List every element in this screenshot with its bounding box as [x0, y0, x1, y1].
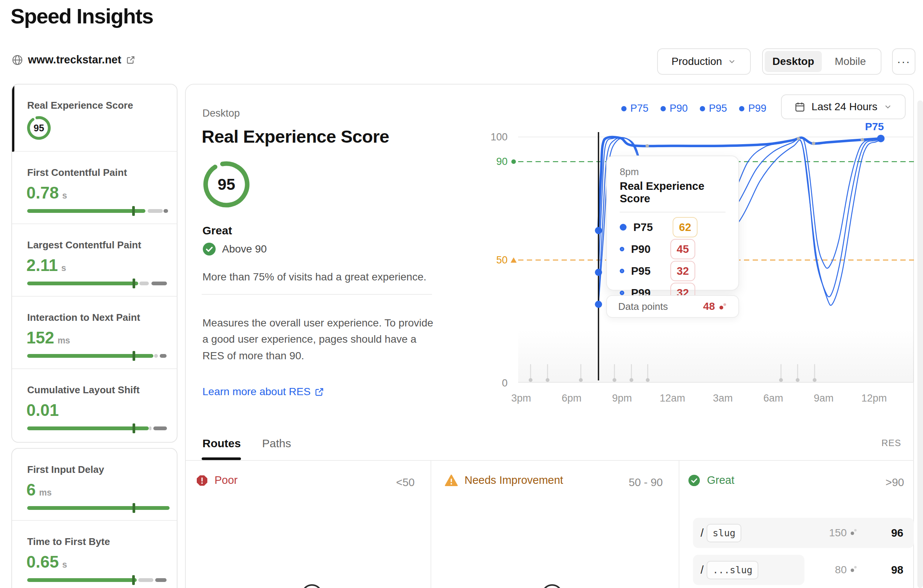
metric-bar [27, 506, 169, 510]
route-res-score: 98 [877, 564, 903, 576]
site-url[interactable]: www.treckstar.net [28, 54, 121, 66]
date-range-label: Last 24 Hours [811, 101, 877, 113]
legend-item-p95[interactable]: P95 [700, 103, 727, 115]
tooltip-row-p75: P7562 [620, 216, 726, 238]
tab-paths[interactable]: Paths [262, 437, 291, 450]
rating-label: Great [202, 224, 232, 237]
legend-item-p99[interactable]: P99 [739, 103, 766, 115]
summary-text: More than 75% of visits had a great expe… [202, 271, 426, 283]
tabs-border [186, 460, 913, 461]
x-axis-label: 9pm [612, 393, 632, 404]
metric-value-row: 0.65s [26, 552, 67, 572]
metrics-card-primary: Real Experience Score95First Contentful … [11, 84, 177, 443]
scrollbar[interactable] [917, 100, 923, 588]
check-circle-icon [202, 242, 216, 256]
metric-value-row: 152ms [26, 328, 70, 347]
legend-dot-icon [660, 106, 666, 111]
y-axis-label: 0 [502, 377, 507, 389]
tooltip-row-p90: P9045 [620, 238, 726, 260]
x-axis-label: 9am [814, 393, 834, 404]
check-circle-icon [688, 474, 700, 486]
metric-bar [27, 209, 169, 213]
learn-more-link[interactable]: Learn more about RES [202, 386, 324, 398]
sidebar-metric-fcp[interactable]: First Contentful Paint0.78s [12, 152, 177, 224]
selected-indicator [12, 85, 14, 152]
series-end-label: P75 [865, 121, 884, 133]
metric-label: Interaction to Next Paint [27, 312, 140, 323]
tooltip-series-label: P95 [631, 265, 664, 277]
date-range-dropdown[interactable]: Last 24 Hours [781, 94, 906, 119]
tooltip-value-badge: 62 [673, 217, 698, 237]
sidebar-metric-ttfb[interactable]: Time to First Byte0.65s [12, 521, 177, 588]
bar-lightgray-segment [138, 578, 153, 582]
legend-label: P95 [709, 103, 727, 115]
ring-dot-icon [620, 291, 624, 295]
x-axis-label: 3pm [511, 393, 531, 404]
legend-dot-icon [739, 106, 744, 111]
sidebar-metric-cls[interactable]: Cumulative Layout Shift0.01 [12, 369, 177, 443]
bar-darkgray-segment [151, 282, 167, 285]
data-points-value: 48 [703, 300, 715, 313]
active-tab-underline [202, 457, 241, 460]
filled-dot-icon [620, 224, 627, 231]
metric-label: First Contentful Paint [27, 167, 127, 179]
more-options-button[interactable]: ··· [892, 48, 915, 75]
sidebar-metric-res[interactable]: Real Experience Score95 [12, 85, 177, 152]
route-datapoint-count: 80 [805, 564, 847, 576]
crosshair-dot [595, 301, 602, 308]
bar-darkgray-segment [164, 209, 168, 213]
metric-value: 0.78 [26, 183, 59, 202]
device-tab-desktop[interactable]: Desktop [765, 51, 822, 72]
column-name: Great [707, 474, 734, 486]
column-divider [430, 461, 431, 588]
bar-lightgray-segment [149, 426, 151, 430]
sidebar-metric-lcp[interactable]: Largest Contentful Paint2.11s [12, 224, 177, 296]
metric-score-value: 95 [26, 115, 51, 141]
metric-bar [27, 282, 169, 285]
sidebar-metric-inp[interactable]: Interaction to Next Paint152ms [12, 296, 177, 369]
column-range: >90 [844, 476, 904, 489]
column-range: 50 - 90 [603, 476, 663, 489]
bar-darkgray-segment [160, 354, 167, 358]
bar-lightgray-segment [148, 209, 163, 213]
column-name: Poor [215, 474, 238, 486]
speed-insights-page: Speed Insights www.treckstar.net Product… [0, 0, 923, 588]
metric-unit: s [61, 263, 66, 273]
sidebar-metric-fid[interactable]: First Input Delay6ms [12, 449, 177, 521]
bar-threshold-tick [133, 503, 135, 513]
route-prefix: / [701, 527, 704, 539]
metric-label: Largest Contentful Paint [27, 239, 141, 251]
res-column-header: RES [882, 438, 901, 448]
legend-item-p90[interactable]: P90 [660, 103, 688, 115]
data-points-label: Data points [618, 301, 703, 313]
device-tab-mobile[interactable]: Mobile [822, 51, 879, 72]
crosshair-dot [595, 227, 602, 234]
metric-value-row: 0.01 [26, 401, 59, 420]
panel-device-label: Desktop [202, 108, 240, 119]
bar-darkgray-segment [153, 426, 167, 430]
environment-dropdown[interactable]: Production [657, 48, 751, 75]
ring-dot-icon [620, 269, 624, 273]
metric-value: 0.01 [26, 401, 59, 420]
route-res-score: 96 [877, 527, 903, 539]
tab-routes[interactable]: Routes [202, 437, 241, 450]
octagon-exclamation-icon [196, 475, 208, 486]
y-axis-label: 90 [496, 156, 507, 167]
bar-threshold-tick [132, 575, 135, 585]
legend-item-p75[interactable]: P75 [621, 103, 649, 115]
bar-threshold-tick [133, 278, 135, 288]
site-link[interactable]: www.treckstar.net [11, 54, 136, 66]
ellipsis-icon: ··· [897, 55, 910, 68]
tooltip-value-badge: 45 [670, 239, 695, 259]
sample-dots-icon [850, 528, 858, 536]
external-link-icon [126, 55, 136, 65]
route-row[interactable]: /...slug [693, 555, 805, 585]
route-slug-pill: slug [706, 524, 741, 542]
bar-green-segment [27, 209, 145, 213]
x-axis-label: 12am [660, 393, 685, 404]
sample-dots-icon [850, 565, 858, 573]
crosshair-dot [595, 269, 602, 276]
metric-unit: s [62, 191, 67, 201]
tooltip-row-p95: P9532 [620, 260, 726, 282]
triangle-warning-icon [445, 474, 458, 486]
